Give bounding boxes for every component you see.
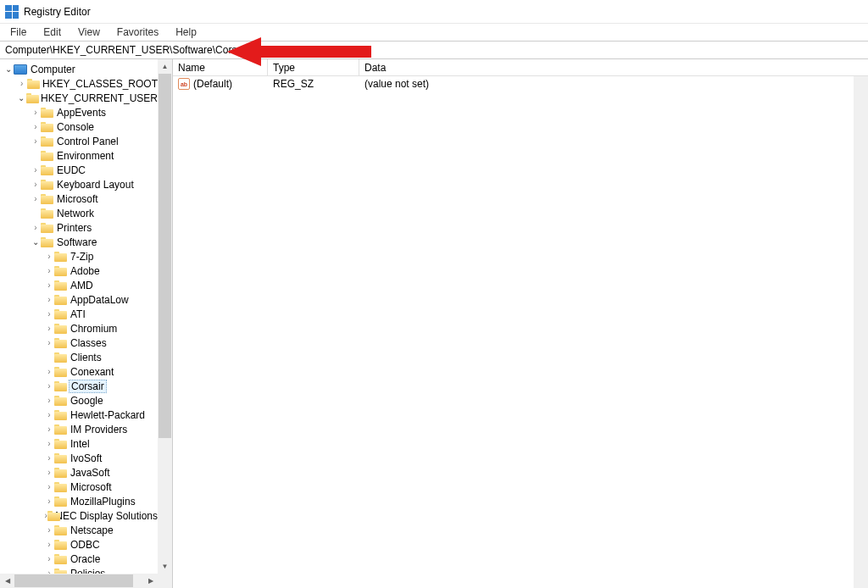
tree-item[interactable]: ›Netscape — [0, 523, 172, 537]
chevron-right-icon[interactable]: › — [44, 368, 54, 376]
tree-item[interactable]: ›IvoSoft — [0, 451, 172, 465]
menu-help[interactable]: Help — [169, 25, 203, 40]
folder-icon — [54, 540, 67, 550]
column-header-type[interactable]: Type — [268, 59, 359, 75]
scroll-right-icon[interactable]: ▶ — [143, 574, 158, 588]
tree-item[interactable]: ›Control Panel — [0, 134, 172, 148]
tree-item[interactable]: ›AppDataLow — [0, 292, 172, 307]
tree-item[interactable]: ›EUDC — [0, 163, 172, 177]
tree-view[interactable]: ⌄Computer›HKEY_CLASSES_ROOT⌄HKEY_CURRENT… — [0, 59, 172, 574]
chevron-right-icon[interactable]: › — [44, 425, 54, 434]
tree-item[interactable]: ›NEC Display Solutions — [0, 508, 172, 523]
tree-item[interactable]: ›Hewlett-Packard — [0, 408, 172, 422]
tree-item[interactable]: ›IM Providers — [0, 422, 172, 436]
tree-item[interactable]: ⌄Computer — [0, 62, 172, 76]
tree-item[interactable]: ›AppEvents — [0, 105, 172, 119]
tree-item[interactable]: ›Console — [0, 119, 172, 134]
scroll-down-icon[interactable]: ▼ — [158, 559, 172, 574]
tree-item-label: Corsair — [69, 380, 107, 393]
menu-file[interactable]: File — [3, 25, 33, 40]
tree-item[interactable]: ›ODBC — [0, 537, 172, 552]
tree-vertical-scrollbar[interactable]: ▲ ▼ — [158, 59, 172, 574]
chevron-down-icon[interactable]: ⌄ — [31, 238, 41, 247]
column-header-data[interactable]: Data — [359, 59, 854, 75]
chevron-right-icon[interactable]: › — [44, 497, 54, 506]
folder-icon — [54, 324, 67, 334]
tree-item[interactable]: ›Corsair — [0, 379, 172, 393]
tree-item[interactable]: ›ATI — [0, 307, 172, 321]
chevron-right-icon[interactable]: › — [44, 483, 54, 491]
menu-edit[interactable]: Edit — [36, 25, 68, 40]
scroll-left-icon[interactable]: ◀ — [0, 574, 14, 588]
tree-item[interactable]: ›Google — [0, 393, 172, 408]
tree-item[interactable]: ›Keyboard Layout — [0, 177, 172, 191]
chevron-right-icon[interactable]: › — [44, 526, 54, 535]
tree-item[interactable]: Clients — [0, 350, 172, 364]
chevron-right-icon[interactable]: › — [31, 195, 41, 203]
tree-item[interactable]: ›Printers — [0, 220, 172, 235]
chevron-right-icon[interactable]: › — [44, 310, 54, 319]
chevron-right-icon[interactable]: › — [31, 108, 41, 117]
chevron-right-icon[interactable]: › — [44, 454, 54, 463]
tree-item[interactable]: ›Intel — [0, 436, 172, 451]
tree-item[interactable]: ⌄HKEY_CURRENT_USER — [0, 91, 172, 105]
tree-item[interactable]: ›Conexant — [0, 364, 172, 379]
chevron-down-icon[interactable]: ⌄ — [17, 94, 26, 103]
chevron-right-icon[interactable]: › — [44, 296, 54, 304]
address-bar[interactable]: Computer\HKEY_CURRENT_USER\Software\Cors… — [0, 41, 868, 59]
tree-item[interactable]: Network — [0, 206, 172, 220]
tree-item[interactable]: Environment — [0, 148, 172, 163]
chevron-right-icon[interactable]: › — [44, 411, 54, 419]
chevron-right-icon[interactable]: › — [31, 137, 41, 146]
tree-item[interactable]: ›Policies — [0, 566, 172, 574]
folder-icon — [41, 180, 53, 190]
tree-item[interactable]: ›Adobe — [0, 263, 172, 278]
window-title: Registry Editor — [24, 6, 91, 18]
scroll-thumb[interactable] — [159, 74, 171, 438]
tree-item-label: Google — [70, 395, 103, 407]
scroll-up-icon[interactable]: ▲ — [158, 59, 172, 74]
tree-horizontal-scrollbar[interactable]: ◀ ▶ — [0, 574, 158, 588]
values-list[interactable]: ab(Default)REG_SZ(value not set) — [173, 76, 868, 92]
menu-view[interactable]: View — [71, 25, 107, 40]
folder-icon — [27, 79, 39, 89]
tree-item[interactable]: ›AMD — [0, 278, 172, 292]
chevron-down-icon[interactable]: ⌄ — [3, 65, 14, 74]
menu-favorites[interactable]: Favorites — [110, 25, 165, 40]
chevron-right-icon[interactable]: › — [31, 166, 41, 175]
chevron-right-icon[interactable]: › — [44, 281, 54, 290]
tree-item[interactable]: ›Microsoft — [0, 191, 172, 206]
tree-item[interactable]: ›Oracle — [0, 552, 172, 566]
chevron-right-icon[interactable]: › — [44, 325, 54, 333]
chevron-right-icon[interactable]: › — [44, 397, 54, 405]
chevron-right-icon[interactable]: › — [44, 267, 54, 275]
tree-item[interactable]: ›7-Zip — [0, 249, 172, 263]
value-name: (Default) — [193, 78, 232, 90]
tree-item[interactable]: ›Chromium — [0, 321, 172, 336]
tree-item-label: Control Panel — [57, 136, 119, 147]
chevron-right-icon[interactable]: › — [44, 252, 54, 261]
chevron-right-icon[interactable]: › — [31, 224, 41, 232]
chevron-right-icon[interactable]: › — [44, 339, 54, 347]
chevron-right-icon[interactable]: › — [31, 180, 41, 189]
folder-icon — [54, 482, 67, 492]
tree-item[interactable]: ›Microsoft — [0, 480, 172, 494]
tree-item[interactable]: ›JavaSoft — [0, 465, 172, 480]
chevron-right-icon[interactable]: › — [44, 382, 54, 391]
tree-item-label: Classes — [70, 337, 107, 349]
chevron-right-icon[interactable]: › — [17, 80, 27, 88]
tree-item[interactable]: ›MozillaPlugins — [0, 494, 172, 508]
tree-item[interactable]: ⌄Software — [0, 235, 172, 249]
column-header-name[interactable]: Name — [173, 59, 268, 75]
chevron-right-icon[interactable]: › — [44, 469, 54, 477]
values-vertical-scrollbar[interactable] — [854, 76, 868, 588]
tree-item[interactable]: ›HKEY_CLASSES_ROOT — [0, 76, 172, 91]
tree-item-label: Software — [57, 236, 97, 248]
tree-item[interactable]: ›Classes — [0, 336, 172, 350]
scroll-thumb[interactable] — [14, 574, 133, 587]
chevron-right-icon[interactable]: › — [31, 123, 41, 131]
chevron-right-icon[interactable]: › — [44, 555, 54, 563]
chevron-right-icon[interactable]: › — [44, 541, 54, 549]
chevron-right-icon[interactable]: › — [44, 440, 54, 448]
value-row[interactable]: ab(Default)REG_SZ(value not set) — [173, 76, 868, 92]
